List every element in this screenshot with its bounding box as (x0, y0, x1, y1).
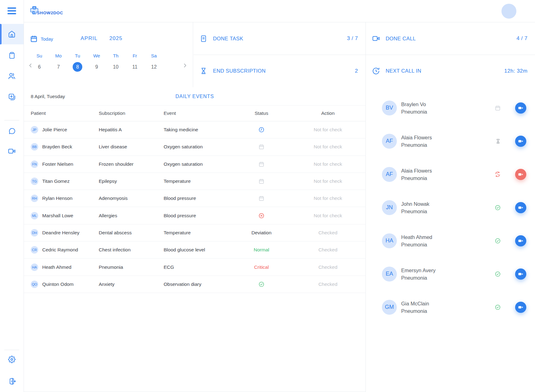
card-value: 4 / 7 (516, 35, 528, 42)
table-row[interactable]: TGTitan Gomez Epilepsy Temperature Not f… (24, 173, 365, 190)
call-patient-name: Heath Ahmed (401, 233, 495, 241)
subscription-cell: Liver disease (99, 144, 164, 150)
avatar: BV (382, 101, 397, 115)
video-call-button[interactable] (515, 136, 526, 147)
calendar-day[interactable]: 7 (49, 62, 68, 72)
user-avatar[interactable] (501, 4, 516, 19)
table-row[interactable]: QOQuinton Odom Anxiety Observation diary… (24, 276, 365, 293)
patient-name: Foster Nielsen (42, 161, 73, 167)
camera-icon (518, 304, 524, 310)
sidebar-item-add-card[interactable] (0, 87, 24, 107)
table-header: Patient Subscription Event Status Action (24, 106, 365, 121)
recall-icon (494, 171, 501, 178)
event-cell: Blood glucose level (164, 247, 226, 253)
video-call-button[interactable] (515, 102, 526, 114)
hamburger-menu-button[interactable] (7, 7, 16, 15)
table-row[interactable]: BBBrayden Beck Liver disease Oxygen satu… (24, 138, 365, 155)
hourglass-icon (200, 67, 207, 75)
action-label: Checked (297, 247, 359, 253)
patient-name: Titan Gomez (42, 178, 70, 184)
weekday-label: We (87, 52, 107, 60)
calendar-day[interactable]: 9 (87, 62, 107, 72)
video-call-button-missed[interactable] (515, 169, 526, 180)
call-condition: Pneumonia (401, 174, 494, 182)
summary-cards-left: DONE TASK 3 / 7 END SUBSCRIPTION 2 (193, 22, 365, 87)
table-row[interactable]: MLMarshall Lowe Allergies Blood pressure… (24, 207, 365, 224)
subscription-cell: Chest infection (99, 247, 164, 253)
calendar-day[interactable]: 6 (30, 62, 49, 72)
year-select[interactable]: 2025 (109, 35, 122, 42)
avatar: HA (382, 233, 397, 248)
call-list-item: JN John NowakPneumonia (366, 191, 535, 224)
weekday-label: Su (30, 52, 49, 60)
avatar: RH (31, 195, 38, 202)
action-label: Not for check (297, 196, 359, 201)
patient-name: Deandre Hensley (42, 230, 79, 236)
card-label: DONE CALL (386, 36, 416, 42)
calendar-status-icon (258, 161, 265, 167)
chevron-right-icon[interactable] (182, 62, 188, 69)
clipboard-icon (8, 52, 16, 59)
table-row[interactable]: CRCedric Raymond Chest infection Blood g… (24, 241, 365, 259)
call-list-item: HA Heath AhmedPneumonia (366, 224, 535, 257)
calendar-status-icon (258, 178, 265, 184)
table-row[interactable]: HAHeath Ahmed Pneumonia ECG Critical Che… (24, 259, 365, 276)
call-patient-name: Emersyn Avery (401, 267, 495, 274)
table-row[interactable]: JPJolie Pierce Hepatitis A Taking medici… (24, 121, 365, 138)
scheduled-icon (495, 105, 501, 111)
month-select[interactable]: APRIL (81, 35, 98, 42)
table-row[interactable]: RHRylan Henson Adenomyosis Blood pressur… (24, 190, 365, 207)
weekday-label: Mo (49, 52, 68, 60)
calendar-day[interactable]: 11 (125, 62, 145, 72)
event-cell: Oxygen saturation (164, 161, 226, 167)
chat-icon (8, 127, 16, 135)
clock-refresh-icon (372, 67, 380, 75)
weekday-row: Su Mo Tu We Th Fr Sa (30, 52, 164, 60)
table-row[interactable]: DHDeandre Hensley Dental abscess Tempera… (24, 224, 365, 241)
sidebar-item-home[interactable] (0, 24, 24, 44)
video-call-button[interactable] (515, 202, 526, 213)
avatar: BB (31, 143, 38, 151)
avatar: CR (31, 246, 38, 254)
top-bar: SHOW2DOC (24, 0, 535, 22)
avatar: QO (31, 281, 38, 288)
sidebar-item-video[interactable] (0, 141, 24, 161)
sidebar-item-patients[interactable] (0, 66, 24, 86)
sidebar-item-chat[interactable] (0, 121, 24, 141)
call-list-item: AF Alaia FlowersPneumonia (366, 158, 535, 191)
column-header-subscription: Subscription (99, 110, 164, 116)
sidebar-divider (4, 120, 19, 120)
subscription-cell: Anxiety (99, 282, 164, 287)
event-cell: Observation diary (164, 282, 226, 287)
subscription-cell: Hepatitis A (99, 127, 164, 133)
table-row[interactable]: FNFoster Nielsen Frozen shoulder Oxygen … (24, 156, 365, 173)
sidebar-item-settings[interactable] (0, 349, 24, 370)
video-call-button[interactable] (515, 268, 526, 280)
call-condition: Pneumonia (401, 307, 495, 315)
done-check-icon (495, 271, 501, 277)
call-condition: Pneumonia (401, 141, 495, 149)
call-patient-name: Braylen Vo (401, 101, 495, 108)
logout-icon (8, 377, 16, 385)
waiting-hourglass-icon (495, 138, 501, 144)
camera-icon (518, 238, 524, 244)
camera-icon (518, 171, 524, 178)
video-call-button[interactable] (515, 235, 526, 246)
column-header-action: Action (297, 110, 359, 116)
video-call-button[interactable] (515, 302, 526, 313)
clock-status-icon (258, 127, 265, 133)
calendar-day-selected[interactable]: 8 (68, 62, 87, 72)
sidebar-item-tasks[interactable] (0, 45, 24, 65)
logo-text: SHOW2DOC (37, 11, 63, 15)
avatar: JN (382, 200, 397, 215)
action-label: Checked (297, 230, 359, 236)
calendar-day[interactable]: 12 (144, 62, 164, 72)
status-label: Critical (254, 264, 269, 270)
column-header-patient: Patient (31, 110, 99, 116)
calendar-day[interactable]: 10 (106, 62, 125, 72)
sidebar-item-logout[interactable] (0, 371, 24, 391)
event-cell: Oxygen saturation (164, 144, 226, 150)
calendar-status-icon (258, 144, 265, 150)
action-label: Not for check (297, 144, 359, 150)
call-list-item: AF Alaia FlowersPneumonia (366, 124, 535, 158)
